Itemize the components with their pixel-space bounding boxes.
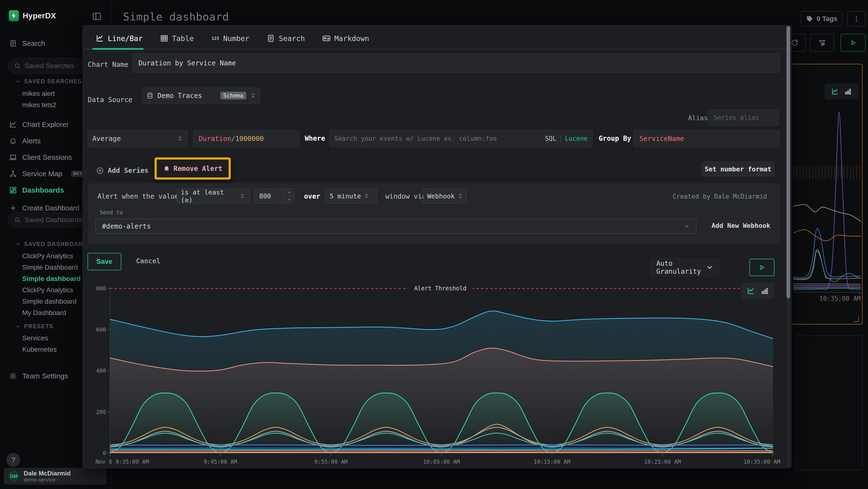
- background-chart-type-toggle[interactable]: [825, 84, 858, 99]
- section-title: PRESETS: [24, 323, 53, 330]
- tag-icon: [806, 15, 813, 23]
- set-number-format-button[interactable]: Set number format: [702, 162, 774, 176]
- bell-icon: [9, 137, 17, 145]
- bar-chart-icon[interactable]: [844, 88, 852, 95]
- user-menu[interactable]: DM Dale McDiarmid demo-service -: [4, 468, 106, 485]
- presets-section[interactable]: PRESETS: [16, 323, 53, 330]
- markdown-icon: [322, 34, 331, 42]
- help-button[interactable]: ?: [6, 453, 20, 467]
- line-chart-icon[interactable]: [747, 287, 755, 295]
- saved-searches-section[interactable]: SAVED SEARCHES: [16, 78, 82, 85]
- more-menu-button[interactable]: [847, 11, 866, 27]
- chevron-updown-icon: [177, 136, 183, 142]
- play-icon: [849, 39, 857, 46]
- filter-icon: [818, 39, 826, 46]
- cancel-button[interactable]: Cancel: [136, 257, 160, 265]
- page-title: Simple dashboard: [123, 10, 229, 23]
- alert-channel-select[interactable]: Webhook: [423, 189, 467, 203]
- svg-text:10:25:00 AM: 10:25:00 AM: [644, 459, 681, 465]
- saved-dashboards-placeholder: Saved Dashboards: [25, 216, 82, 224]
- user-subtitle: demo-service -: [24, 477, 71, 483]
- stepper-up[interactable]: [284, 189, 294, 196]
- sql-language-toggle[interactable]: SQL: [545, 135, 556, 142]
- chevron-updown-icon: [239, 193, 245, 199]
- svg-text:400: 400: [96, 368, 106, 374]
- field-token: Duration: [199, 135, 231, 143]
- series-field-input[interactable]: Duration/1000000: [193, 130, 299, 147]
- tab-search[interactable]: Search: [267, 32, 305, 45]
- add-new-webhook-button[interactable]: Add New Webhook: [712, 222, 770, 229]
- series-alias-input[interactable]: [708, 109, 779, 126]
- line-chart-icon[interactable]: [831, 88, 839, 95]
- send-to-select[interactable]: #demo-alerts: [95, 219, 696, 234]
- bar-chart-icon[interactable]: [761, 287, 769, 295]
- tab-number[interactable]: 123Number: [211, 32, 249, 45]
- where-search-input[interactable]: [334, 135, 542, 142]
- tags-button[interactable]: 0 Tags: [801, 11, 842, 27]
- save-button[interactable]: Save: [88, 253, 121, 270]
- svg-text:Alert Threshold: Alert Threshold: [414, 285, 467, 292]
- svg-text:10:35:00 AM: 10:35:00 AM: [744, 459, 780, 465]
- brand[interactable]: HyperDX: [9, 10, 56, 21]
- channel-value: Webhook: [427, 192, 455, 200]
- table-icon: [160, 34, 168, 42]
- tab-table[interactable]: Table: [160, 32, 194, 45]
- panel-resize-handle[interactable]: [854, 317, 859, 322]
- chart-line-icon: [9, 121, 17, 128]
- avatar: DM: [8, 471, 19, 482]
- where-search-wrap: SQL | Lucene: [329, 130, 593, 147]
- alert-prefix: Alert when the value: [97, 192, 179, 200]
- svg-text:9:55:00 AM: 9:55:00 AM: [314, 459, 347, 465]
- granularity-select[interactable]: Auto Granularity: [651, 259, 719, 276]
- alert-condition-select[interactable]: is at least (≥): [177, 189, 250, 203]
- sidebar-collapse-icon[interactable]: [92, 11, 102, 21]
- data-source-value: Demo Traces: [157, 92, 217, 100]
- saved-dashboards-section[interactable]: SAVED DASHBOARDS: [16, 241, 92, 248]
- field-token: /: [231, 135, 235, 143]
- data-source-label: Data Source: [88, 96, 132, 104]
- sidebar-item-label: Search: [22, 39, 45, 48]
- svg-text:123: 123: [212, 36, 219, 41]
- database-icon: [146, 92, 154, 99]
- dashboards-icon: [9, 186, 17, 194]
- bell-icon: [163, 165, 170, 172]
- number-icon: 123: [211, 34, 219, 42]
- lucene-language-toggle[interactable]: Lucene: [565, 135, 588, 142]
- modal-scrollbar-thumb[interactable]: [786, 26, 790, 298]
- group-by-input[interactable]: ServiceName: [633, 130, 779, 147]
- background-mini-chart: [793, 104, 861, 294]
- svg-text:10:05:00 AM: 10:05:00 AM: [423, 459, 460, 465]
- remove-alert-button[interactable]: Remove Alert: [155, 157, 231, 179]
- sidebar-item-label: Team Settings: [22, 372, 68, 380]
- hyperdx-logo-icon: [9, 10, 19, 21]
- chart-line-icon: [96, 34, 104, 42]
- svg-text:10:15:00 AM: 10:15:00 AM: [534, 459, 570, 465]
- add-series-button[interactable]: Add Series: [96, 167, 149, 174]
- run-query-button[interactable]: [749, 259, 774, 276]
- refresh-icon: [791, 39, 798, 46]
- dashboard-panel-next: [796, 335, 863, 470]
- doc-icon: [267, 34, 275, 42]
- chart-type-toggle[interactable]: [741, 283, 774, 299]
- aggregation-value: Average: [92, 135, 174, 143]
- svg-text:0: 0: [103, 450, 106, 456]
- alias-label: Alias: [688, 114, 708, 122]
- schema-badge: Schema: [220, 92, 246, 99]
- language-separator: |: [559, 135, 562, 142]
- alert-window-select[interactable]: 5 minute: [326, 189, 377, 203]
- user-name: Dale McDiarmid: [24, 470, 71, 477]
- data-source-select[interactable]: Demo Traces Schema: [142, 88, 260, 104]
- service-map-icon: [9, 170, 17, 178]
- chart-name-input[interactable]: [132, 53, 780, 73]
- search-icon: [14, 217, 21, 223]
- alert-threshold-input[interactable]: 800: [254, 189, 294, 203]
- aggregation-select[interactable]: Average: [88, 130, 188, 147]
- saved-searches-placeholder: Saved Searches: [25, 62, 74, 70]
- divider: [83, 79, 791, 80]
- live-tail-button[interactable]: [840, 34, 866, 52]
- tab-markdown[interactable]: Markdown: [322, 32, 369, 45]
- filter-button[interactable]: [810, 34, 834, 52]
- stepper-down[interactable]: [284, 196, 294, 203]
- where-label: Where: [305, 135, 325, 142]
- tab-line-bar[interactable]: Line/Bar: [96, 32, 143, 45]
